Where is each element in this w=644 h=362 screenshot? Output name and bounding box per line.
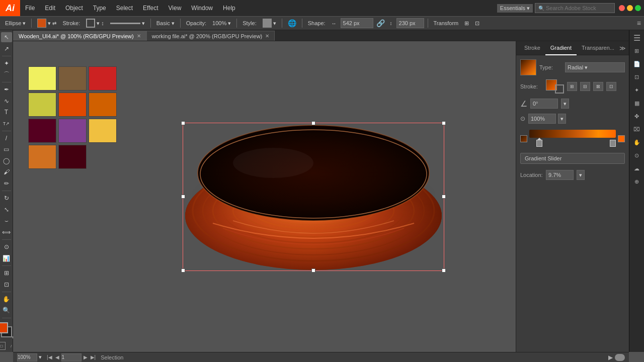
zoom-selector[interactable]: ▾ — [17, 353, 42, 361]
toolbar-menu[interactable]: ≡ — [637, 19, 641, 27]
menu-edit[interactable]: Edit — [40, 0, 60, 16]
panel-tab-stroke[interactable]: Stroke — [519, 41, 545, 55]
right-strip-icon4[interactable]: ⊡ — [631, 71, 642, 82]
right-strip-icon12[interactable]: ⊕ — [631, 176, 642, 187]
link-icon[interactable]: 🔗 — [376, 19, 385, 27]
panel-tab-transparency[interactable]: Transparen... — [577, 41, 619, 55]
menu-window[interactable]: Window — [186, 0, 218, 16]
gradient-right-color[interactable] — [618, 135, 625, 142]
globe-icon[interactable]: 🌐 — [286, 18, 298, 29]
right-strip-icon9[interactable]: ✋ — [631, 137, 642, 148]
swatch-brown[interactable] — [58, 66, 87, 90]
right-strip-icon6[interactable]: ▦ — [631, 98, 642, 109]
swatch-purple[interactable] — [58, 119, 87, 143]
right-strip-icon2[interactable]: ⊞ — [631, 45, 642, 56]
swatch-dark-orange[interactable] — [28, 145, 56, 169]
right-strip-icon5[interactable]: ✦ — [631, 84, 642, 96]
stroke-type-inside[interactable]: ⊟ — [580, 82, 590, 91]
scale-dropdown[interactable]: ▾ — [558, 114, 566, 124]
nav-next[interactable]: ▶ — [83, 354, 89, 360]
bowl-artwork[interactable] — [183, 123, 444, 271]
tool-curvature[interactable]: ∿ — [1, 96, 12, 106]
swatch-red[interactable] — [89, 66, 117, 90]
right-strip-icon10[interactable]: ⊙ — [631, 150, 642, 161]
tool-zoom[interactable]: 🔍 — [1, 305, 12, 315]
tool-blob-brush[interactable]: ✏ — [1, 178, 12, 189]
gradient-preview-swatch[interactable] — [520, 59, 536, 75]
tool-line[interactable]: / — [1, 133, 12, 143]
stroke-type-outside[interactable]: ⊠ — [593, 82, 603, 91]
stroke-width-selector[interactable]: ▾ — [108, 18, 147, 29]
gradient-stop-2[interactable] — [610, 140, 616, 147]
minimize-button[interactable] — [627, 5, 633, 11]
tool-slice[interactable]: ⊡ — [1, 279, 12, 289]
tool-scale[interactable]: ⤡ — [1, 205, 12, 215]
nav-prev[interactable]: ◀ — [54, 354, 60, 360]
tab-wooden[interactable]: Wooden_UI4.ai* @ 100% (RGB/GPU Preview) … — [13, 31, 146, 41]
stroke-color[interactable]: ▾ ↕ — [84, 18, 106, 29]
tab-working[interactable]: working file.ai* @ 200% (RGB/GPU Preview… — [146, 31, 275, 41]
swatch-yellow-green[interactable] — [28, 93, 56, 117]
swatch-yellow[interactable] — [28, 66, 56, 90]
width-input[interactable] — [341, 18, 373, 28]
play-stop-btn[interactable]: ▶ — [608, 354, 613, 361]
height-input[interactable] — [396, 18, 424, 28]
zoom-input[interactable] — [17, 353, 37, 361]
menu-object[interactable]: Object — [60, 0, 88, 16]
menu-view[interactable]: View — [164, 0, 187, 16]
foreground-color[interactable] — [0, 322, 8, 333]
tool-hand[interactable]: ✋ — [1, 294, 12, 304]
tool-rotate[interactable]: ↻ — [1, 193, 12, 203]
fill-swatch[interactable] — [37, 19, 46, 28]
variable-selector[interactable]: Basic ▾ — [154, 18, 177, 29]
maximize-button[interactable] — [635, 5, 641, 11]
tab-close-working[interactable]: ✕ — [265, 33, 269, 39]
panel-tab-gradient[interactable]: Gradient — [545, 41, 577, 55]
type-dropdown[interactable]: Radial ▾ — [565, 62, 625, 72]
page-input[interactable] — [61, 353, 82, 361]
stroke-bg-swatch[interactable] — [555, 84, 564, 94]
gradient-bar[interactable] — [529, 130, 616, 138]
style-swatch[interactable]: ▾ — [261, 18, 278, 29]
artwork-container[interactable] — [119, 51, 508, 342]
tool-warp[interactable]: ⌣ — [1, 216, 12, 226]
tool-magic-wand[interactable]: ✦ — [1, 58, 12, 68]
tool-ellipse[interactable]: ◯ — [1, 156, 12, 166]
tool-paintbrush[interactable]: 🖌 — [1, 167, 12, 177]
nav-last[interactable]: ▶| — [90, 354, 97, 360]
playback-toggle[interactable] — [615, 354, 625, 361]
stroke-type-center[interactable]: ⊞ — [567, 82, 577, 91]
swatch-orange-red[interactable] — [58, 93, 87, 117]
opacity-value[interactable]: 100% ▾ — [210, 18, 233, 29]
right-strip-icon1[interactable]: ☰ — [631, 32, 642, 43]
swatch-dark-red[interactable] — [28, 119, 56, 143]
transform-icon1[interactable]: ⊞ — [462, 18, 471, 29]
close-button[interactable] — [619, 5, 625, 11]
menu-help[interactable]: Help — [218, 0, 240, 16]
swatch-dark-maroon[interactable] — [58, 145, 87, 169]
tool-touch-type[interactable]: T↗ — [1, 118, 12, 128]
right-strip-icon11[interactable]: ☁ — [631, 163, 642, 174]
tool-rect[interactable]: ▭ — [1, 144, 12, 154]
location-dropdown[interactable]: ▾ — [577, 170, 585, 180]
tool-pen[interactable]: ✒ — [1, 84, 12, 95]
tab-close-wooden[interactable]: ✕ — [137, 33, 141, 39]
scale-input[interactable] — [528, 114, 556, 124]
fill-color[interactable]: ▾ ⇄ — [35, 18, 58, 29]
right-strip-icon7[interactable]: ✤ — [631, 111, 642, 122]
tool-column-graph[interactable]: 📊 — [1, 253, 12, 263]
swap-icon[interactable]: ⇄ — [52, 21, 56, 26]
menu-select[interactable]: Select — [111, 0, 138, 16]
menu-effect[interactable]: Effect — [138, 0, 163, 16]
tool-symbol-sprayer[interactable]: ⊙ — [1, 242, 12, 252]
angle-input[interactable] — [530, 99, 558, 109]
tool-artboard[interactable]: ⊞ — [1, 268, 12, 278]
tool-direct-selection[interactable]: ↗ — [1, 43, 12, 53]
swatch-gold[interactable] — [89, 119, 117, 143]
transform-icon2[interactable]: ⊡ — [473, 18, 481, 29]
swatch-orange[interactable] — [89, 93, 117, 117]
transform-button[interactable]: Transform — [432, 18, 461, 29]
shape-selector[interactable]: Ellipse ▾ — [3, 18, 28, 29]
fill-icon[interactable]: □ — [0, 342, 6, 350]
menu-type[interactable]: Type — [88, 0, 111, 16]
